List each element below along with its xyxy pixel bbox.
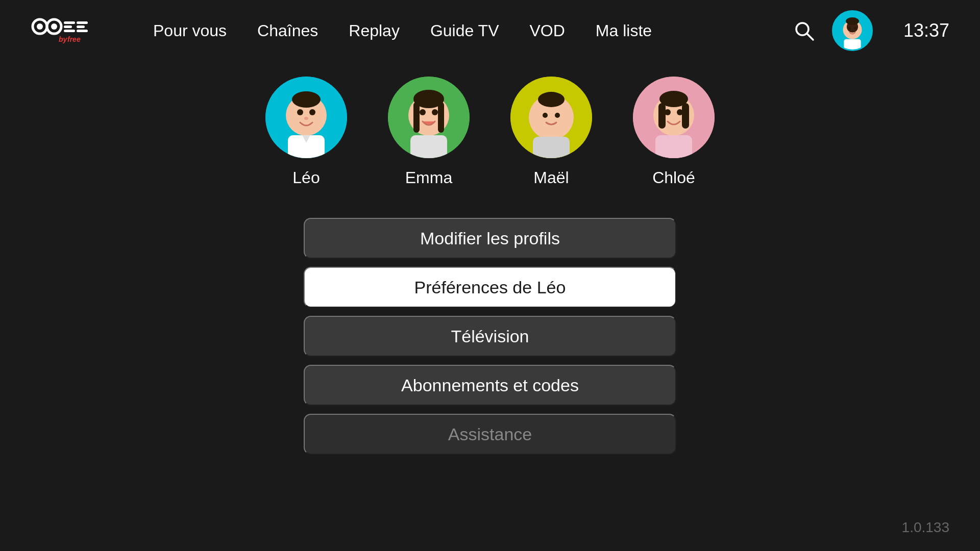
nav-item-pour-vous[interactable]: Pour vous [153,21,227,40]
svg-rect-9 [77,30,88,32]
svg-point-24 [297,109,303,115]
menu-section: Modifier les profils Préférences de Léo … [0,218,980,455]
user-avatar[interactable] [832,10,873,51]
svg-line-13 [807,34,813,40]
svg-point-39 [543,113,548,118]
svg-point-33 [420,109,426,115]
header: by free Pour vous Chaînes Replay Guide T… [0,0,980,61]
profile-name-mael: Maël [533,168,569,187]
version-label: 1.0.133 [902,519,949,536]
svg-rect-31 [413,102,420,133]
nav-item-ma-liste[interactable]: Ma liste [596,21,652,40]
svg-point-1 [37,23,43,30]
nav-item-vod[interactable]: VOD [529,21,565,40]
svg-point-17 [846,17,859,25]
svg-text:free: free [67,35,81,43]
nav-item-guide-tv[interactable]: Guide TV [430,21,499,40]
svg-point-19 [854,27,857,30]
assistance-button[interactable]: Assistance [304,414,676,455]
svg-rect-5 [64,26,72,28]
svg-point-34 [432,109,438,115]
profile-chloe[interactable]: Chloé [633,77,715,187]
abonnements-button[interactable]: Abonnements et codes [304,365,676,406]
svg-rect-45 [658,103,666,129]
logo[interactable]: by free [31,10,92,51]
profiles-section: Léo Emma [0,77,980,187]
svg-rect-46 [682,103,689,129]
main-nav: Pour vous Chaînes Replay Guide TV VOD Ma… [153,21,652,40]
clock: 13:37 [903,20,949,41]
header-right: 13:37 [791,10,949,51]
svg-rect-6 [64,30,75,32]
profile-avatar-mael [510,77,592,158]
profile-name-emma: Emma [405,168,452,187]
svg-rect-41 [533,137,570,158]
svg-point-26 [304,117,308,120]
svg-point-25 [309,109,315,115]
profile-avatar-chloe [633,77,715,158]
profile-mael[interactable]: Maël [510,77,592,187]
nav-item-replay[interactable]: Replay [349,21,400,40]
profile-avatar-leo [265,77,347,158]
svg-point-40 [555,113,560,118]
nav-item-chaines[interactable]: Chaînes [257,21,318,40]
svg-text:by: by [59,35,68,43]
svg-point-3 [51,23,57,30]
svg-rect-7 [77,21,88,24]
modifier-profils-button[interactable]: Modifier les profils [304,218,676,259]
profile-leo[interactable]: Léo [265,77,347,187]
svg-rect-32 [438,102,444,133]
svg-point-18 [848,27,851,30]
profile-name-leo: Léo [292,168,320,187]
svg-rect-35 [410,135,447,158]
svg-point-23 [292,91,321,108]
svg-rect-20 [844,39,861,49]
television-button[interactable]: Télévision [304,316,676,357]
svg-rect-4 [64,21,75,24]
svg-rect-49 [655,135,692,158]
search-button[interactable] [791,18,817,43]
preferences-leo-button[interactable]: Préférences de Léo [304,267,676,308]
profile-avatar-emma [388,77,470,158]
profile-emma[interactable]: Emma [388,77,470,187]
profile-name-chloe: Chloé [652,168,695,187]
svg-rect-8 [77,26,85,28]
svg-point-38 [538,92,565,107]
svg-point-47 [665,109,671,115]
svg-point-48 [677,109,683,115]
